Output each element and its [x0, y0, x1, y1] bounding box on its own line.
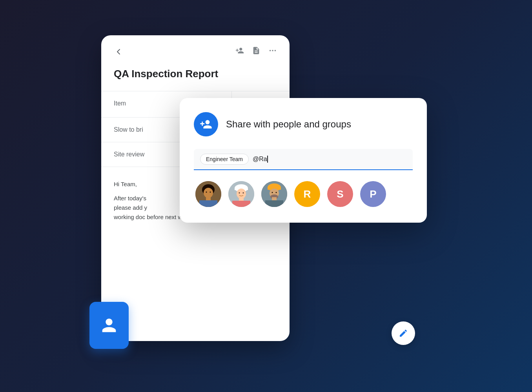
svg-point-1 — [272, 50, 273, 51]
share-dialog: Share with people and groups Engineer Te… — [180, 98, 427, 223]
svg-point-2 — [275, 50, 276, 51]
at-ra-text: @Ra — [253, 156, 267, 162]
avatar-r[interactable]: R — [294, 181, 320, 207]
person-icon — [99, 315, 119, 336]
svg-rect-24 — [265, 200, 283, 207]
svg-rect-6 — [206, 197, 211, 200]
share-dialog-title: Share with people and groups — [226, 119, 351, 130]
avatars-row: R S P — [194, 181, 413, 207]
person-card — [89, 302, 129, 349]
header-actions — [235, 46, 277, 57]
svg-point-17 — [243, 192, 244, 194]
svg-rect-15 — [232, 201, 250, 207]
avatar-p[interactable]: P — [360, 181, 386, 207]
share-input-text: @Ra — [253, 156, 406, 163]
svg-point-13 — [237, 189, 246, 199]
avatar-person-2[interactable] — [228, 181, 254, 207]
svg-point-0 — [270, 50, 271, 51]
svg-rect-14 — [239, 198, 244, 201]
scene: QA Inspection Report Item Jon Nowak Slow… — [89, 27, 443, 365]
more-options-icon[interactable] — [268, 46, 277, 57]
avatar-s[interactable]: S — [327, 181, 353, 207]
share-header: Share with people and groups — [194, 112, 413, 136]
svg-rect-7 — [199, 200, 217, 207]
share-input-area[interactable]: Engineer Team @Ra — [194, 149, 413, 170]
svg-point-8 — [206, 192, 207, 193]
svg-point-9 — [210, 192, 211, 193]
svg-point-16 — [239, 192, 240, 194]
svg-point-5 — [204, 188, 213, 198]
person-add-icon — [200, 118, 212, 131]
svg-rect-23 — [272, 197, 277, 200]
edit-fab-button[interactable] — [392, 321, 415, 345]
add-person-icon[interactable] — [235, 46, 244, 57]
avatar-person-3[interactable] — [261, 181, 287, 207]
text-cursor — [267, 156, 268, 163]
svg-point-25 — [272, 192, 273, 193]
edit-icon — [399, 328, 408, 338]
description-icon[interactable] — [252, 46, 261, 57]
avatar-person-1[interactable] — [195, 181, 221, 207]
card-header — [101, 35, 290, 65]
svg-point-26 — [276, 192, 277, 193]
back-button[interactable] — [114, 47, 123, 56]
engineer-team-chip[interactable]: Engineer Team — [200, 154, 249, 165]
report-title: QA Inspection Report — [101, 65, 290, 91]
share-icon-circle — [194, 112, 218, 136]
